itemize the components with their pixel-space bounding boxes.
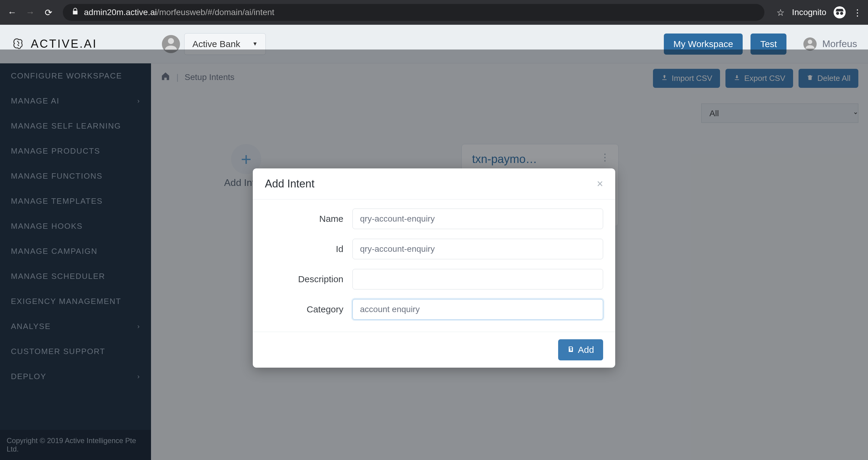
browser-url-bar[interactable]: admin20m.active.ai/morfeusweb/#/domain/a… [63, 4, 765, 21]
name-input[interactable] [352, 208, 603, 229]
browser-url-text: admin20m.active.ai/morfeusweb/#/domain/a… [84, 7, 274, 17]
category-label: Category [265, 304, 343, 315]
save-icon [567, 345, 575, 355]
svg-point-2 [168, 38, 174, 44]
category-input[interactable] [352, 299, 603, 320]
star-icon[interactable]: ☆ [776, 7, 785, 18]
profile-user-icon [803, 37, 817, 51]
svg-point-3 [808, 39, 812, 44]
workspace-name: Active Bank [192, 39, 240, 49]
browser-chrome: ← → ⟳ admin20m.active.ai/morfeusweb/#/do… [0, 0, 868, 25]
svg-point-0 [836, 12, 839, 15]
browser-forward-icon[interactable]: → [24, 7, 36, 18]
incognito-label: Incognito [792, 7, 826, 17]
modal-header: Add Intent × [253, 168, 615, 199]
chevron-down-icon: ▼ [252, 41, 258, 47]
id-label: Id [265, 244, 343, 254]
incognito-icon[interactable] [834, 6, 846, 19]
modal-title: Add Intent [265, 177, 314, 190]
description-label: Description [265, 274, 343, 284]
svg-point-1 [840, 12, 843, 15]
description-input[interactable] [352, 269, 603, 290]
browser-menu-icon[interactable]: ⋮ [853, 7, 862, 18]
id-input[interactable] [352, 239, 603, 259]
name-label: Name [265, 214, 343, 224]
profile-block[interactable]: Morfeus [803, 37, 857, 51]
browser-right-controls: ☆ Incognito ⋮ [776, 6, 862, 19]
add-button[interactable]: Add [558, 339, 603, 360]
modal-footer: Add [253, 332, 615, 368]
browser-back-icon[interactable]: ← [6, 7, 18, 18]
add-button-label: Add [578, 345, 594, 355]
profile-name: Morfeus [822, 38, 857, 50]
logo-text: ACTIVE.AI [31, 37, 97, 51]
modal-body: Name Id Description Category [253, 199, 615, 332]
browser-reload-icon[interactable]: ⟳ [42, 7, 54, 18]
close-button[interactable]: × [597, 177, 603, 190]
add-intent-modal: Add Intent × Name Id Description Categor… [253, 168, 615, 368]
lock-icon [71, 7, 79, 18]
